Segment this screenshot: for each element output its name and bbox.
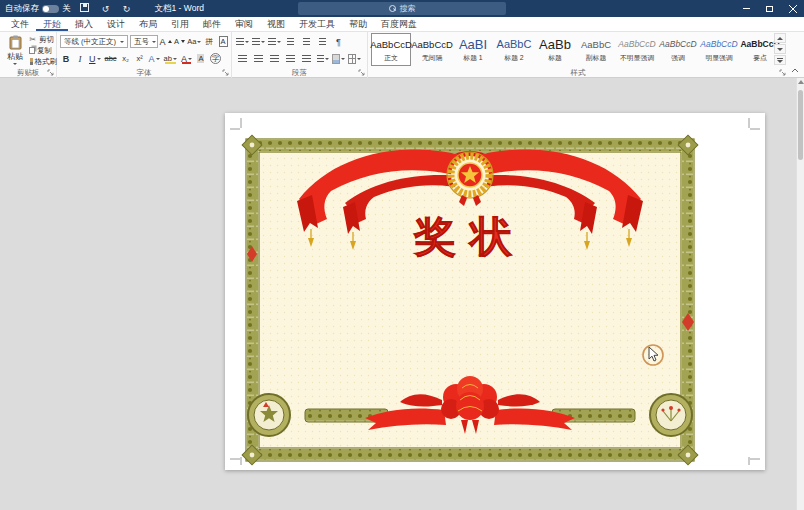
scrollbar-up-button[interactable]	[797, 80, 804, 84]
collapse-ribbon-button[interactable]	[789, 65, 801, 75]
gallery-scroll-up-button[interactable]	[774, 33, 786, 43]
subscript-button[interactable]: x₂	[120, 52, 132, 65]
paragraph-dialog-launcher[interactable]	[358, 69, 365, 76]
titlebar: 自动保存 关 ↺ ↻ 文档1 - Word 搜索	[0, 0, 804, 17]
copy-icon	[29, 47, 35, 54]
dropdown-caret	[357, 58, 361, 60]
numbering-button[interactable]	[252, 35, 265, 48]
shrink-indicator-icon	[181, 40, 185, 43]
font-group-label: 字体	[57, 67, 231, 78]
multilevel-list-icon	[268, 38, 276, 46]
grow-font-button[interactable]: A	[160, 35, 172, 48]
cut-button[interactable]: ✂ 剪切	[28, 34, 57, 45]
undo-button[interactable]: ↺	[99, 4, 113, 14]
shading-button[interactable]	[332, 52, 345, 65]
clipboard-dialog-launcher[interactable]	[47, 69, 54, 76]
format-painter-button[interactable]: 格式刷	[28, 56, 57, 67]
paste-button[interactable]: 粘贴	[2, 33, 28, 67]
document-page[interactable]: 奖状	[225, 113, 765, 470]
enclose-characters-button[interactable]: 字	[209, 52, 222, 65]
phonetic-guide-button[interactable]: 拼	[203, 35, 215, 48]
bullets-button[interactable]	[236, 35, 249, 48]
bold-button[interactable]: B	[60, 52, 72, 65]
award-title-text[interactable]: 奖状	[413, 214, 526, 260]
character-border-button[interactable]: A	[217, 35, 229, 48]
ribbon: 粘贴 ✂ 剪切 复制 格式刷 剪贴板	[0, 32, 804, 78]
tab-layout[interactable]: 布局	[132, 17, 164, 31]
document-title: 文档1 - Word	[155, 3, 204, 15]
redo-button[interactable]: ↻	[120, 4, 134, 14]
close-button[interactable]	[781, 0, 804, 17]
highlight-color-button[interactable]: ab	[163, 52, 178, 65]
gallery-scroll-down-button[interactable]	[774, 44, 786, 54]
line-spacing-button[interactable]	[316, 52, 329, 65]
scroll-up-icon	[777, 37, 783, 40]
search-input[interactable]: 搜索	[298, 2, 506, 15]
tab-design[interactable]: 设计	[100, 17, 132, 31]
style-item-emphasis[interactable]: AaBbCcD 强调	[658, 33, 698, 66]
autosave-toggle[interactable]: 自动保存 关	[5, 3, 71, 15]
align-right-button[interactable]	[268, 52, 281, 65]
paste-label: 粘贴	[7, 51, 23, 62]
search-icon	[389, 5, 396, 12]
style-item-title[interactable]: AaBb 标题	[535, 33, 575, 66]
decrease-indent-button[interactable]	[284, 35, 297, 48]
font-color-button[interactable]: A	[180, 52, 193, 65]
tab-help[interactable]: 帮助	[342, 17, 374, 31]
tab-baidu-netdisk[interactable]: 百度网盘	[374, 17, 424, 31]
minimize-button[interactable]	[735, 0, 758, 17]
multilevel-list-button[interactable]	[268, 35, 281, 48]
style-item-heading2[interactable]: AaBbC 标题 2	[494, 33, 534, 66]
paragraph-group: ¶ 段落	[232, 32, 368, 78]
shrink-font-button[interactable]: A	[174, 35, 186, 48]
gallery-more-button[interactable]	[774, 55, 786, 65]
mouse-cursor	[638, 340, 666, 368]
copy-button[interactable]: 复制	[28, 45, 57, 56]
tab-view[interactable]: 视图	[260, 17, 292, 31]
font-dialog-launcher[interactable]	[222, 69, 229, 76]
distribute-button[interactable]	[300, 52, 313, 65]
strikethrough-button[interactable]: abc	[104, 52, 118, 65]
style-item-heading1[interactable]: AaBI 标题 1	[453, 33, 493, 66]
style-item-subtle-emphasis[interactable]: AaBbCcD 不明显强调	[617, 33, 657, 66]
sort-button[interactable]	[316, 35, 329, 48]
save-button[interactable]	[78, 3, 92, 14]
scrollbar-thumb[interactable]	[798, 90, 803, 160]
tab-review[interactable]: 审阅	[228, 17, 260, 31]
tab-home[interactable]: 开始	[36, 17, 68, 31]
style-item-normal[interactable]: AaBbCcD 正文	[371, 33, 411, 66]
align-left-button[interactable]	[236, 52, 249, 65]
tab-references[interactable]: 引用	[164, 17, 196, 31]
vertical-scrollbar[interactable]	[796, 78, 804, 510]
borders-button[interactable]	[348, 52, 361, 65]
maximize-button[interactable]	[758, 0, 781, 17]
tab-insert[interactable]: 插入	[68, 17, 100, 31]
scroll-arrow-up-icon	[798, 80, 804, 84]
dropdown-caret	[245, 41, 249, 43]
style-item-subtitle[interactable]: AaBbC 副标题	[576, 33, 616, 66]
style-item-no-spacing[interactable]: AaBbCcD 无间隔	[412, 33, 452, 66]
italic-button[interactable]: I	[74, 52, 86, 65]
tab-developer[interactable]: 开发工具	[292, 17, 342, 31]
close-icon	[789, 5, 797, 13]
align-center-icon	[254, 55, 263, 63]
style-item-intense-emphasis[interactable]: AaBbCcD 明显强调	[699, 33, 739, 66]
document-canvas[interactable]: 奖状	[0, 78, 804, 510]
tab-file[interactable]: 文件	[4, 17, 36, 31]
character-shading-button[interactable]: A	[195, 52, 207, 65]
font-size-select[interactable]: 五号	[130, 35, 157, 48]
tab-mailings[interactable]: 邮件	[196, 17, 228, 31]
clipboard-group: 粘贴 ✂ 剪切 复制 格式刷 剪贴板	[0, 32, 57, 78]
show-marks-button[interactable]: ¶	[332, 35, 345, 48]
justify-button[interactable]	[284, 52, 297, 65]
change-case-button[interactable]: Aa	[188, 35, 202, 48]
text-effects-button[interactable]: A	[148, 52, 161, 65]
underline-button[interactable]: U	[88, 52, 102, 65]
autosave-toggle-pill	[42, 5, 59, 13]
increase-indent-button[interactable]	[300, 35, 313, 48]
superscript-button[interactable]: x²	[134, 52, 146, 65]
font-family-select[interactable]: 等线 (中文正文)	[60, 35, 128, 48]
award-certificate-graphic: 奖状	[225, 113, 765, 470]
align-center-button[interactable]	[252, 52, 265, 65]
styles-dialog-launcher[interactable]	[779, 69, 786, 76]
